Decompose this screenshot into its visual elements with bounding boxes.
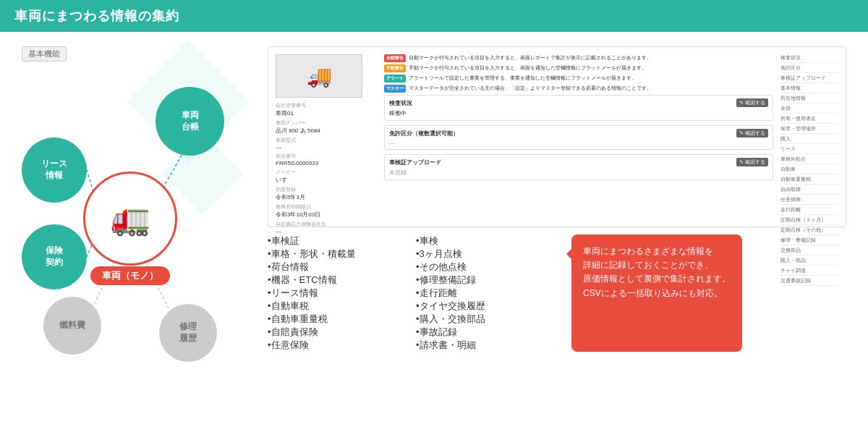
mockup-section-kensa: 検査状況 ✎ 確認する 稼働中 (384, 95, 773, 121)
right-item-4: 基本情報 (780, 85, 838, 93)
right-item-5: 所在地情報 (780, 95, 838, 104)
section-menkyo-title: 免許区分（複数選択可能） (389, 130, 459, 138)
right-item-10: リース (780, 145, 838, 154)
right-item-7: 所有・使用者名 (780, 115, 838, 124)
bullet-jibaiseki: •自賠責保険 (268, 326, 394, 339)
bullet-sokou: •走行距離 (416, 287, 542, 300)
mockup-section-menkyo: 免許区分（複数選択可能） ✎ 確認する --- (384, 125, 773, 150)
mockup-anzen: 安全番号 FRR50-0000933 (276, 153, 377, 166)
right-item-6: 全損 (780, 105, 838, 114)
diagram-area: 🚛 車両（モノ） 車両台帳 リース情報 保険契約 燃料費 (22, 72, 239, 376)
bullet-tire: •タイヤ交換履歴 (416, 300, 542, 313)
alert-badge-red: 自動警告 (384, 54, 406, 62)
mockup-maker: メーカー いすゞ (276, 169, 377, 184)
bullet-3month: •3ヶ月点検 (416, 248, 542, 261)
ui-mockup: 🚚 自社管理番号 車両01 車両ナンバー 品川 800 あ 5084 車両型式 … (268, 46, 846, 227)
section-kensa-edit[interactable]: ✎ 確認する (736, 98, 768, 107)
truck-label: 車両（モノ） (90, 266, 170, 285)
speech-bubble-text: 車両にまつわるさまざまな情報を詳細に記録しておくことができ、原価情報として裏側で… (583, 246, 731, 298)
satellite-shuuri: 修理履歴 (159, 304, 217, 362)
satellite-sha-ryo-daichou-label: 車両台帳 (182, 110, 199, 132)
mockup-truck-image: 🚚 (276, 54, 362, 98)
alert-green-text: アラートツールで設定した事業を管理する、事業を通知した空欄情報にフラットメールが… (409, 75, 637, 82)
section-kensa-title: 検査状況 (389, 99, 412, 107)
mockup-center: 自動警告 自動マークが付与されている項目を入力すると、画面レポートで集計が表示に… (384, 54, 773, 219)
satellite-hoken: 保険契約 (22, 224, 87, 290)
alert-green: アラート アラートツールで設定した事業を管理する、事業を通知した空欄情報にフラッ… (384, 75, 773, 83)
bullet-seikyuu: •請求書・明細 (416, 339, 542, 352)
mockup-kanri-ban: 自社管理番号 車両01 (276, 102, 377, 117)
satellite-hoken-label: 保険契約 (46, 245, 63, 268)
mockup-kei: 車両型式 --- (276, 137, 377, 151)
satellite-riisu-label: リース情報 (41, 159, 67, 181)
page-title: 車両にまつわる情報の集約 (14, 7, 179, 25)
right-item-17: 定期点検（３ヶ月） (780, 216, 838, 225)
right-item-12: 自動車 (780, 166, 838, 174)
bullet-kiki: •機器・ETC情報 (268, 274, 394, 287)
alert-badge-green: アラート (384, 75, 406, 83)
main-content: 基本機能 🚛 (0, 32, 868, 432)
truck-circle: 🚛 車両（モノ） (83, 172, 177, 266)
section-upload-edit[interactable]: ✎ 確認する (736, 158, 768, 166)
bullet-jidousha-juryozei: •自動車重量税 (268, 313, 394, 326)
right-item-15: 任意保険 (780, 196, 838, 205)
info-area: •車検証 •車格・形状・積載量 •荷台情報 •機器・ETC情報 •リース情報 •… (268, 235, 846, 352)
right-item-3: 車検証アップロード (780, 75, 838, 83)
alert-blue-text: マスターデータが完全されている主の場合、「設定」よりマスター登録できる必要のある… (409, 85, 652, 92)
kihon-badge: 基本機能 (22, 46, 67, 62)
satellite-riisu: リース情報 (22, 138, 87, 203)
bullet-kounyuu: •購入・交換部品 (416, 313, 542, 326)
alert-badge-yellow: 手動警告 (384, 64, 406, 72)
mockup-syodo: 初度登録 令和5年3月 (276, 186, 377, 201)
bullet-shuuri: •修理整備記録 (416, 274, 542, 287)
truck-icon: 🚛 (111, 200, 150, 237)
alert-red-text: 自動マークが付与されている項目を入力すると、画面レポートで集計が表示に記載される… (409, 54, 652, 62)
bullet-jiko: •事故記録 (416, 326, 542, 339)
bullet-sonota: •その他点検 (416, 261, 542, 274)
bullet-riisu: •リース情報 (268, 287, 394, 300)
section-kensa-value: 稼働中 (389, 109, 768, 117)
bullet-ninihoken: •任意保険 (268, 339, 394, 352)
right-item-8: 保管・管理場所 (780, 125, 838, 134)
alert-red: 自動警告 自動マークが付与されている項目を入力すると、画面レポートで集計が表示に… (384, 54, 773, 62)
mockup-jibaiseki: 自賠責応力保険会社名 --- (276, 221, 377, 235)
bullet-list: •車検証 •車格・形状・積載量 •荷台情報 •機器・ETC情報 •リース情報 •… (268, 235, 542, 352)
bullet-right: •車検 •3ヶ月点検 •その他点検 •修理整備記録 •走行距離 •タイヤ交換履歴… (416, 235, 542, 352)
right-item-16: 走行距離 (780, 206, 838, 215)
alert-badge-blue: マスター (384, 85, 406, 93)
bullet-left: •車検証 •車格・形状・積載量 •荷台情報 •機器・ETC情報 •リース情報 •… (268, 235, 394, 352)
alert-yellow: 手動警告 手動マークが付与されている項目を入力すると、画面を通知した空欄情報にフ… (384, 64, 773, 72)
mockup-number: 車両ナンバー 品川 800 あ 5084 (276, 119, 377, 135)
section-upload-title: 車検証アップロード (389, 159, 441, 166)
section-menkyo-edit[interactable]: ✎ 確認する (736, 129, 768, 138)
satellite-nenryouhi: 燃料費 (43, 297, 101, 355)
speech-bubble: 車両にまつわるさまざまな情報を詳細に記録しておくことができ、原価情報として裏側で… (571, 235, 742, 352)
alert-blue: マスター マスターデータが完全されている主の場合、「設定」よりマスター登録できる… (384, 85, 773, 93)
right-item-1: 検査状況 (780, 54, 838, 63)
bullet-shaken-r: •車検 (416, 235, 542, 248)
right-section: 🚚 自社管理番号 車両01 車両ナンバー 品川 800 あ 5084 車両型式 … (268, 46, 846, 418)
mockup-vehicle-info: 🚚 自社管理番号 車両01 車両ナンバー 品川 800 あ 5084 車両型式 … (276, 54, 377, 219)
left-section: 基本機能 🚛 (22, 46, 253, 418)
bullet-kakaku: •車格・形状・積載量 (268, 248, 394, 261)
mockup-section-upload: 車検証アップロード ✎ 確認する 未登録 (384, 154, 773, 180)
bullet-nidai: •荷台情報 (268, 261, 394, 274)
satellite-shuuri-label: 修理履歴 (179, 321, 197, 344)
right-item-14: 自由取締 (780, 186, 838, 195)
section-menkyo-value: --- (389, 140, 768, 146)
page-container: 車両にまつわる情報の集約 基本機能 (0, 0, 868, 435)
section-upload-value: 未登録 (389, 169, 768, 177)
alert-yellow-text: 手動マークが付与されている項目を入力すると、画面を通知した空欄情報にフラットメー… (409, 64, 647, 72)
right-item-9: 購入 (780, 135, 838, 144)
right-item-2: 免許区分 (780, 64, 838, 73)
right-item-11: 車検外処分 (780, 156, 838, 164)
bullet-shaken: •車検証 (268, 235, 394, 248)
bullet-jidoushazei: •自動車税 (268, 300, 394, 313)
header-bar: 車両にまつわる情報の集約 (0, 0, 868, 32)
satellite-sha-ryo-daichou: 車両台帳 (156, 87, 224, 156)
satellite-nenryouhi-label: 燃料費 (59, 320, 85, 331)
right-item-13: 自動車重量税 (780, 176, 838, 185)
mockup-shaken: 車検有効期限日 令和3年10月03日 (276, 203, 377, 219)
mockup-right-list: 検査状況 免許区分 車検証アップロード 基本情報 所在地情報 全損 所有・使用者… (780, 54, 838, 219)
